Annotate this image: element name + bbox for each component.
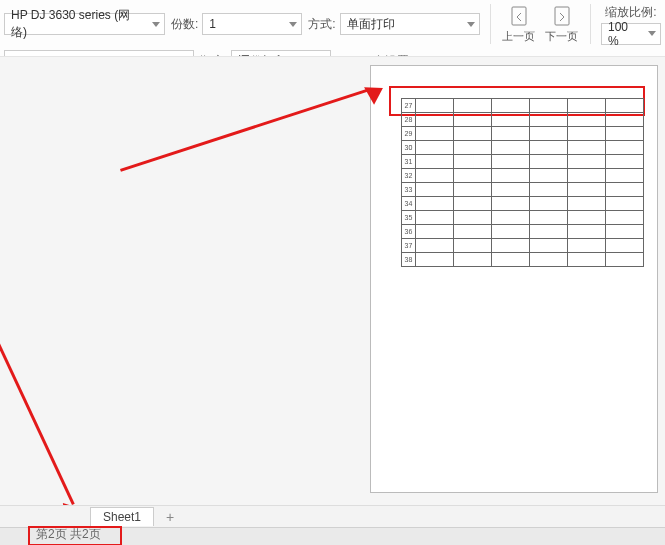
table-cell [530,183,568,197]
table-cell [530,253,568,267]
table-cell [416,169,454,183]
mode-value: 单面打印 [347,16,395,33]
add-sheet-button[interactable]: + [160,509,180,525]
table-cell [454,155,492,169]
table-cell [454,113,492,127]
next-page-label: 下一页 [545,29,578,44]
divider [490,4,491,44]
zoom-value: 100 % [608,20,642,48]
table-row: 37 [402,239,644,253]
svg-rect-1 [555,7,569,25]
prev-page-label: 上一页 [502,29,535,44]
table-cell [492,183,530,197]
table-row: 33 [402,183,644,197]
chevron-down-icon [467,22,475,27]
table-row: 34 [402,197,644,211]
table-cell [530,225,568,239]
row-number-cell: 36 [402,225,416,239]
sheet-tab-label: Sheet1 [103,510,141,524]
row-number-cell: 33 [402,183,416,197]
table-row: 31 [402,155,644,169]
status-bar: 第2页 共2页 [0,527,665,545]
mode-select[interactable]: 单面打印 [340,13,480,35]
table-row: 28 [402,113,644,127]
table-cell [416,113,454,127]
table-cell [492,99,530,113]
table-row: 36 [402,225,644,239]
table-cell [606,211,644,225]
row-number-cell: 37 [402,239,416,253]
table-cell [568,239,606,253]
copies-input[interactable]: 1 [202,13,302,35]
row-number-cell: 27 [402,99,416,113]
table-cell [530,113,568,127]
table-row: 30 [402,141,644,155]
table-cell [416,253,454,267]
table-cell [454,141,492,155]
table-cell [606,225,644,239]
prev-page-button[interactable]: 上一页 [501,2,538,46]
table-cell [492,225,530,239]
next-page-button[interactable]: 下一页 [543,2,580,46]
annotation-arrow-bottom [0,342,75,505]
table-cell [568,253,606,267]
table-cell [454,239,492,253]
zoom-label: 缩放比例: [605,4,656,21]
row-number-cell: 34 [402,197,416,211]
page-next-icon [552,5,572,27]
table-cell [606,127,644,141]
table-cell [492,169,530,183]
table-cell [530,169,568,183]
table-cell [492,211,530,225]
table-cell [530,197,568,211]
preview-table: 272829303132333435363738 [401,98,644,267]
table-cell [606,253,644,267]
copies-value: 1 [209,17,216,31]
table-cell [492,197,530,211]
table-cell [530,155,568,169]
zoom-select[interactable]: 100 % [601,23,661,45]
table-row: 27 [402,99,644,113]
table-cell [568,141,606,155]
table-cell [568,225,606,239]
sheet-tab-sheet1[interactable]: Sheet1 [90,507,154,526]
table-row: 29 [402,127,644,141]
table-cell [568,169,606,183]
table-cell [568,155,606,169]
table-cell [454,169,492,183]
table-cell [454,183,492,197]
table-cell [606,197,644,211]
table-cell [568,99,606,113]
table-cell [454,211,492,225]
table-row: 35 [402,211,644,225]
preview-page: 272829303132333435363738 [370,65,658,493]
row-number-cell: 29 [402,127,416,141]
row-number-cell: 31 [402,155,416,169]
table-row: 32 [402,169,644,183]
printer-value: HP DJ 3630 series (网络) [11,7,146,41]
table-cell [454,253,492,267]
table-cell [416,239,454,253]
table-cell [568,197,606,211]
copies-label: 份数: [171,16,198,33]
chevron-down-icon [648,31,656,36]
chevron-down-icon [289,22,297,27]
printer-select[interactable]: HP DJ 3630 series (网络) [4,13,165,35]
table-cell [416,155,454,169]
table-cell [416,141,454,155]
table-cell [530,127,568,141]
sheet-tab-bar: Sheet1 + [0,505,665,527]
annotation-highlight-status [28,526,122,545]
table-cell [416,127,454,141]
table-cell [416,197,454,211]
table-cell [492,113,530,127]
row-number-cell: 30 [402,141,416,155]
annotation-arrow-top [120,89,368,172]
table-cell [530,211,568,225]
table-cell [606,239,644,253]
table-cell [416,99,454,113]
table-cell [492,239,530,253]
svg-rect-0 [512,7,526,25]
row-number-cell: 28 [402,113,416,127]
table-cell [492,127,530,141]
